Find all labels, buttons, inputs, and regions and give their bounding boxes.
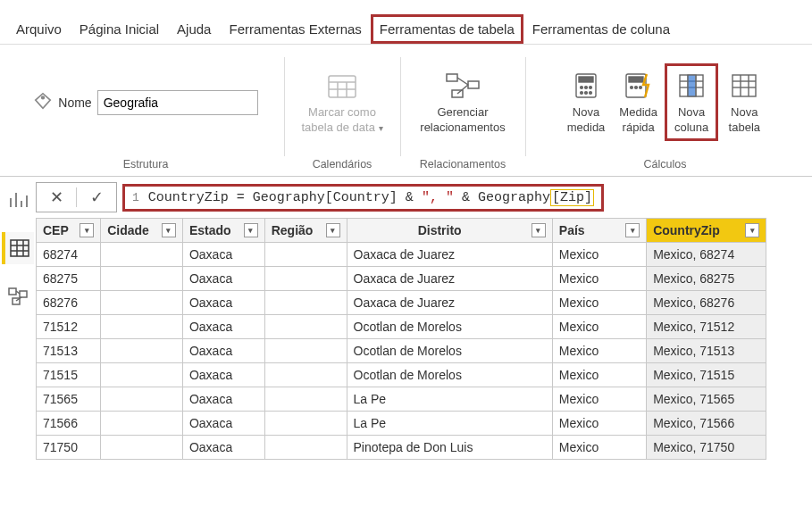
- cell-estado[interactable]: Oaxaca: [182, 412, 264, 436]
- col-header-distrito[interactable]: Distrito▾: [347, 219, 552, 243]
- cell-pais[interactable]: Mexico: [552, 412, 646, 436]
- cell-regiao[interactable]: [264, 291, 347, 315]
- cell-czip[interactable]: Mexico, 71750: [647, 436, 766, 460]
- cell-regiao[interactable]: [264, 339, 347, 363]
- table-row[interactable]: 68275OaxacaOaxaca de JuarezMexicoMexico,…: [37, 267, 766, 291]
- new-column-button[interactable]: Nova coluna: [665, 63, 718, 141]
- filter-icon[interactable]: ▾: [80, 223, 94, 237]
- cell-cidade[interactable]: [101, 243, 183, 267]
- cell-regiao[interactable]: [264, 363, 347, 387]
- menu-tab-ferramentas-tabela[interactable]: Ferramentas de tabela: [371, 14, 523, 44]
- cell-cep[interactable]: 68276: [37, 291, 101, 315]
- cell-cep[interactable]: 71566: [37, 412, 101, 436]
- table-row[interactable]: 71566OaxacaLa PeMexicoMexico, 71566: [37, 412, 766, 436]
- cell-czip[interactable]: Mexico, 68275: [647, 267, 766, 291]
- cell-distrito[interactable]: Pinotepa de Don Luis: [347, 436, 552, 460]
- cell-regiao[interactable]: [264, 436, 347, 460]
- cell-cidade[interactable]: [101, 315, 183, 339]
- cell-pais[interactable]: Mexico: [552, 291, 646, 315]
- formula-cancel-button[interactable]: ✕: [37, 187, 76, 207]
- formula-commit-button[interactable]: ✓: [77, 187, 116, 207]
- col-header-regiao[interactable]: Região▾: [264, 219, 347, 243]
- table-row[interactable]: 71515OaxacaOcotlan de MorelosMexicoMexic…: [37, 363, 766, 387]
- cell-estado[interactable]: Oaxaca: [182, 436, 264, 460]
- mark-as-date-table-button[interactable]: Marcar como tabela de data ▾: [294, 66, 389, 138]
- cell-pais[interactable]: Mexico: [552, 243, 646, 267]
- cell-cidade[interactable]: [101, 267, 183, 291]
- cell-czip[interactable]: Mexico, 68276: [647, 291, 766, 315]
- menu-tab-arquivo[interactable]: Arquivo: [7, 14, 71, 44]
- cell-distrito[interactable]: Oaxaca de Juarez: [347, 291, 552, 315]
- cell-estado[interactable]: Oaxaca: [182, 315, 264, 339]
- cell-cep[interactable]: 71750: [37, 436, 101, 460]
- cell-czip[interactable]: Mexico, 68274: [647, 243, 766, 267]
- cell-cidade[interactable]: [101, 291, 183, 315]
- cell-distrito[interactable]: Oaxaca de Juarez: [347, 267, 552, 291]
- cell-cep[interactable]: 71513: [37, 339, 101, 363]
- cell-regiao[interactable]: [264, 412, 347, 436]
- cell-distrito[interactable]: Ocotlan de Morelos: [347, 315, 552, 339]
- cell-distrito[interactable]: Ocotlan de Morelos: [347, 339, 552, 363]
- col-header-countryzip[interactable]: CountryZip▾: [647, 219, 766, 243]
- cell-czip[interactable]: Mexico, 71515: [647, 363, 766, 387]
- filter-icon[interactable]: ▾: [326, 223, 340, 237]
- cell-czip[interactable]: Mexico, 71513: [647, 339, 766, 363]
- data-grid[interactable]: CEP▾ Cidade▾ Estado▾ Região▾ Distrito▾ P…: [36, 218, 766, 460]
- cell-czip[interactable]: Mexico, 71565: [647, 387, 766, 412]
- table-row[interactable]: 71565OaxacaLa PeMexicoMexico, 71565: [37, 387, 766, 412]
- table-row[interactable]: 68276OaxacaOaxaca de JuarezMexicoMexico,…: [37, 291, 766, 315]
- cell-regiao[interactable]: [264, 267, 347, 291]
- manage-relationships-button[interactable]: Gerenciar relacionamentos: [413, 66, 512, 138]
- filter-icon[interactable]: ▾: [745, 223, 759, 237]
- cell-distrito[interactable]: La Pe: [347, 412, 552, 436]
- col-header-cep[interactable]: CEP▾: [37, 219, 101, 243]
- cell-distrito[interactable]: La Pe: [347, 387, 552, 412]
- cell-cep[interactable]: 68274: [37, 243, 101, 267]
- cell-cidade[interactable]: [101, 387, 183, 412]
- table-name-input[interactable]: [97, 90, 258, 115]
- cell-czip[interactable]: Mexico, 71566: [647, 412, 766, 436]
- cell-cidade[interactable]: [101, 363, 183, 387]
- table-row[interactable]: 71513OaxacaOcotlan de MorelosMexicoMexic…: [37, 339, 766, 363]
- table-row[interactable]: 71512OaxacaOcotlan de MorelosMexicoMexic…: [37, 315, 766, 339]
- cell-regiao[interactable]: [264, 387, 347, 412]
- cell-estado[interactable]: Oaxaca: [182, 387, 264, 412]
- table-row[interactable]: 68274OaxacaOaxaca de JuarezMexicoMexico,…: [37, 243, 766, 267]
- col-header-pais[interactable]: País▾: [552, 219, 646, 243]
- cell-cep[interactable]: 71565: [37, 387, 101, 412]
- filter-icon[interactable]: ▾: [244, 223, 258, 237]
- cell-estado[interactable]: Oaxaca: [182, 363, 264, 387]
- filter-icon[interactable]: ▾: [162, 223, 176, 237]
- cell-czip[interactable]: Mexico, 71512: [647, 315, 766, 339]
- cell-cep[interactable]: 71512: [37, 315, 101, 339]
- menu-tab-pagina-inicial[interactable]: Página Inicial: [71, 14, 168, 44]
- formula-input[interactable]: 1 CountryZip = Geography[Country] & ", "…: [122, 184, 604, 212]
- cell-distrito[interactable]: Oaxaca de Juarez: [347, 243, 552, 267]
- cell-regiao[interactable]: [264, 243, 347, 267]
- cell-distrito[interactable]: Ocotlan de Morelos: [347, 363, 552, 387]
- cell-pais[interactable]: Mexico: [552, 387, 646, 412]
- cell-pais[interactable]: Mexico: [552, 436, 646, 460]
- cell-cep[interactable]: 68275: [37, 267, 101, 291]
- quick-measure-button[interactable]: Medida rápida: [612, 66, 665, 138]
- table-row[interactable]: 71750OaxacaPinotepa de Don LuisMexicoMex…: [37, 436, 766, 460]
- new-measure-button[interactable]: Nova medida: [560, 66, 613, 138]
- cell-cep[interactable]: 71515: [37, 363, 101, 387]
- cell-cidade[interactable]: [101, 412, 183, 436]
- filter-icon[interactable]: ▾: [532, 223, 546, 237]
- cell-cidade[interactable]: [101, 436, 183, 460]
- cell-pais[interactable]: Mexico: [552, 267, 646, 291]
- cell-pais[interactable]: Mexico: [552, 339, 646, 363]
- menu-tab-ferramentas-externas[interactable]: Ferramentas Externas: [220, 14, 370, 44]
- cell-pais[interactable]: Mexico: [552, 315, 646, 339]
- filter-icon[interactable]: ▾: [625, 223, 640, 237]
- cell-estado[interactable]: Oaxaca: [182, 267, 264, 291]
- cell-estado[interactable]: Oaxaca: [182, 339, 264, 363]
- nav-data-view[interactable]: [2, 232, 34, 264]
- cell-estado[interactable]: Oaxaca: [182, 291, 264, 315]
- cell-estado[interactable]: Oaxaca: [182, 243, 264, 267]
- nav-model-view[interactable]: [2, 280, 34, 312]
- nav-report-view[interactable]: [2, 184, 34, 216]
- cell-regiao[interactable]: [264, 315, 347, 339]
- new-table-button[interactable]: Nova tabela: [718, 66, 770, 138]
